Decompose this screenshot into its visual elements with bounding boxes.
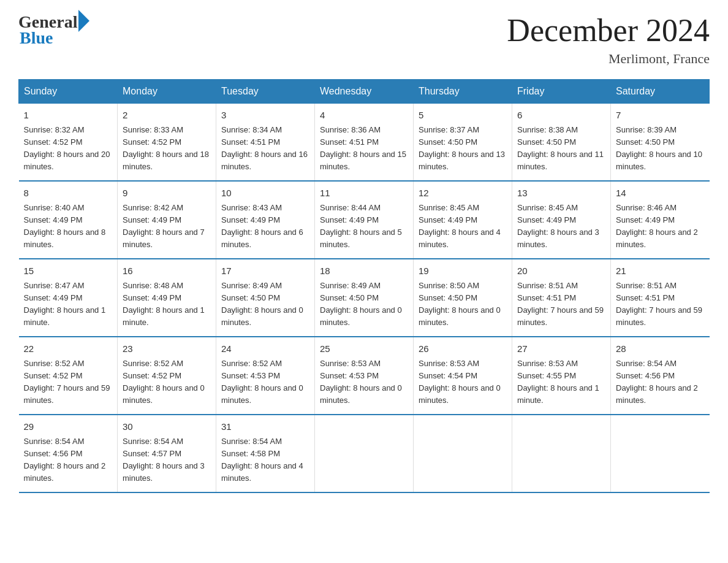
calendar-cell: 7Sunrise: 8:39 AMSunset: 4:50 PMDaylight… <box>611 104 710 182</box>
day-number: 31 <box>221 420 309 434</box>
day-number: 6 <box>517 109 605 123</box>
calendar-cell: 10Sunrise: 8:43 AMSunset: 4:49 PMDayligh… <box>216 181 315 259</box>
day-info: Sunrise: 8:47 AMSunset: 4:49 PMDaylight:… <box>24 280 113 329</box>
calendar-cell: 6Sunrise: 8:38 AMSunset: 4:50 PMDaylight… <box>512 104 611 182</box>
day-info: Sunrise: 8:43 AMSunset: 4:49 PMDaylight:… <box>221 202 309 251</box>
calendar-cell: 5Sunrise: 8:37 AMSunset: 4:50 PMDaylight… <box>414 104 512 182</box>
day-info: Sunrise: 8:38 AMSunset: 4:50 PMDaylight:… <box>517 124 605 174</box>
day-info: Sunrise: 8:45 AMSunset: 4:49 PMDaylight:… <box>419 202 507 251</box>
day-info: Sunrise: 8:42 AMSunset: 4:49 PMDaylight:… <box>123 202 211 251</box>
calendar-cell: 18Sunrise: 8:49 AMSunset: 4:50 PMDayligh… <box>315 259 414 337</box>
calendar-week-row: 29Sunrise: 8:54 AMSunset: 4:56 PMDayligh… <box>19 415 710 492</box>
logo-arrow-icon <box>78 10 89 32</box>
day-number: 5 <box>419 109 507 123</box>
calendar-cell: 24Sunrise: 8:52 AMSunset: 4:53 PMDayligh… <box>216 337 315 415</box>
day-header-tuesday: Tuesday <box>216 80 315 104</box>
day-info: Sunrise: 8:49 AMSunset: 4:50 PMDaylight:… <box>320 280 408 329</box>
calendar-cell <box>315 415 414 492</box>
calendar-cell: 4Sunrise: 8:36 AMSunset: 4:51 PMDaylight… <box>315 104 414 182</box>
day-number: 19 <box>419 264 507 278</box>
day-number: 17 <box>221 264 309 278</box>
day-number: 30 <box>123 420 211 434</box>
calendar-cell: 26Sunrise: 8:53 AMSunset: 4:54 PMDayligh… <box>414 337 512 415</box>
day-info: Sunrise: 8:53 AMSunset: 4:54 PMDaylight:… <box>419 358 507 407</box>
day-header-friday: Friday <box>512 80 611 104</box>
calendar-week-row: 22Sunrise: 8:52 AMSunset: 4:52 PMDayligh… <box>19 337 710 415</box>
day-number: 7 <box>616 109 705 123</box>
calendar-week-row: 15Sunrise: 8:47 AMSunset: 4:49 PMDayligh… <box>19 259 710 337</box>
calendar-cell: 20Sunrise: 8:51 AMSunset: 4:51 PMDayligh… <box>512 259 611 337</box>
day-number: 4 <box>320 109 408 123</box>
day-info: Sunrise: 8:48 AMSunset: 4:49 PMDaylight:… <box>123 280 211 329</box>
calendar-cell: 17Sunrise: 8:49 AMSunset: 4:50 PMDayligh… <box>216 259 315 337</box>
day-number: 24 <box>221 342 309 356</box>
day-number: 28 <box>616 342 705 356</box>
day-info: Sunrise: 8:37 AMSunset: 4:50 PMDaylight:… <box>419 124 507 174</box>
day-number: 14 <box>616 186 705 201</box>
calendar-cell: 15Sunrise: 8:47 AMSunset: 4:49 PMDayligh… <box>19 259 118 337</box>
calendar-header-row: SundayMondayTuesdayWednesdayThursdayFrid… <box>19 80 710 104</box>
day-number: 1 <box>24 109 113 123</box>
day-number: 20 <box>517 264 605 278</box>
day-header-sunday: Sunday <box>19 80 118 104</box>
day-header-thursday: Thursday <box>414 80 512 104</box>
calendar-cell <box>512 415 611 492</box>
day-info: Sunrise: 8:34 AMSunset: 4:51 PMDaylight:… <box>221 124 309 174</box>
calendar-week-row: 8Sunrise: 8:40 AMSunset: 4:49 PMDaylight… <box>19 181 710 259</box>
day-info: Sunrise: 8:46 AMSunset: 4:49 PMDaylight:… <box>616 202 705 251</box>
logo: General Blue <box>18 12 89 48</box>
calendar-cell: 28Sunrise: 8:54 AMSunset: 4:56 PMDayligh… <box>611 337 710 415</box>
month-title: December 2024 <box>507 12 710 48</box>
day-number: 9 <box>123 186 211 201</box>
calendar-table: SundayMondayTuesdayWednesdayThursdayFrid… <box>18 79 710 493</box>
day-number: 10 <box>221 186 309 201</box>
day-number: 23 <box>123 342 211 356</box>
calendar-cell: 31Sunrise: 8:54 AMSunset: 4:58 PMDayligh… <box>216 415 315 492</box>
day-info: Sunrise: 8:53 AMSunset: 4:53 PMDaylight:… <box>320 358 408 407</box>
day-info: Sunrise: 8:33 AMSunset: 4:52 PMDaylight:… <box>123 124 211 174</box>
calendar-cell: 9Sunrise: 8:42 AMSunset: 4:49 PMDaylight… <box>118 181 216 259</box>
calendar-cell: 30Sunrise: 8:54 AMSunset: 4:57 PMDayligh… <box>118 415 216 492</box>
logo-blue-text: Blue <box>20 28 53 48</box>
calendar-cell: 14Sunrise: 8:46 AMSunset: 4:49 PMDayligh… <box>611 181 710 259</box>
calendar-cell: 27Sunrise: 8:53 AMSunset: 4:55 PMDayligh… <box>512 337 611 415</box>
day-info: Sunrise: 8:32 AMSunset: 4:52 PMDaylight:… <box>24 124 113 174</box>
day-info: Sunrise: 8:54 AMSunset: 4:58 PMDaylight:… <box>221 435 309 485</box>
calendar-cell: 1Sunrise: 8:32 AMSunset: 4:52 PMDaylight… <box>19 104 118 182</box>
day-number: 11 <box>320 186 408 201</box>
day-info: Sunrise: 8:54 AMSunset: 4:57 PMDaylight:… <box>123 435 211 485</box>
day-info: Sunrise: 8:52 AMSunset: 4:52 PMDaylight:… <box>24 358 113 407</box>
day-info: Sunrise: 8:36 AMSunset: 4:51 PMDaylight:… <box>320 124 408 174</box>
calendar-cell: 2Sunrise: 8:33 AMSunset: 4:52 PMDaylight… <box>118 104 216 182</box>
calendar-cell: 11Sunrise: 8:44 AMSunset: 4:49 PMDayligh… <box>315 181 414 259</box>
day-info: Sunrise: 8:51 AMSunset: 4:51 PMDaylight:… <box>517 280 605 329</box>
day-number: 16 <box>123 264 211 278</box>
day-info: Sunrise: 8:54 AMSunset: 4:56 PMDaylight:… <box>616 358 705 407</box>
day-number: 15 <box>24 264 113 278</box>
calendar-cell: 23Sunrise: 8:52 AMSunset: 4:52 PMDayligh… <box>118 337 216 415</box>
day-info: Sunrise: 8:44 AMSunset: 4:49 PMDaylight:… <box>320 202 408 251</box>
calendar-week-row: 1Sunrise: 8:32 AMSunset: 4:52 PMDaylight… <box>19 104 710 182</box>
location: Merlimont, France <box>507 51 710 67</box>
calendar-cell: 12Sunrise: 8:45 AMSunset: 4:49 PMDayligh… <box>414 181 512 259</box>
day-info: Sunrise: 8:52 AMSunset: 4:53 PMDaylight:… <box>221 358 309 407</box>
calendar-cell: 21Sunrise: 8:51 AMSunset: 4:51 PMDayligh… <box>611 259 710 337</box>
day-number: 29 <box>24 420 113 434</box>
day-info: Sunrise: 8:53 AMSunset: 4:55 PMDaylight:… <box>517 358 605 407</box>
day-info: Sunrise: 8:54 AMSunset: 4:56 PMDaylight:… <box>24 435 113 485</box>
page-header: General Blue December 2024 Merlimont, Fr… <box>18 12 710 67</box>
day-number: 26 <box>419 342 507 356</box>
day-info: Sunrise: 8:49 AMSunset: 4:50 PMDaylight:… <box>221 280 309 329</box>
calendar-cell: 29Sunrise: 8:54 AMSunset: 4:56 PMDayligh… <box>19 415 118 492</box>
day-number: 2 <box>123 109 211 123</box>
day-header-monday: Monday <box>118 80 216 104</box>
day-number: 12 <box>419 186 507 201</box>
day-number: 3 <box>221 109 309 123</box>
day-info: Sunrise: 8:45 AMSunset: 4:49 PMDaylight:… <box>517 202 605 251</box>
calendar-cell <box>611 415 710 492</box>
day-header-wednesday: Wednesday <box>315 80 414 104</box>
calendar-cell: 19Sunrise: 8:50 AMSunset: 4:50 PMDayligh… <box>414 259 512 337</box>
day-info: Sunrise: 8:52 AMSunset: 4:52 PMDaylight:… <box>123 358 211 407</box>
day-number: 21 <box>616 264 705 278</box>
day-info: Sunrise: 8:39 AMSunset: 4:50 PMDaylight:… <box>616 124 705 174</box>
